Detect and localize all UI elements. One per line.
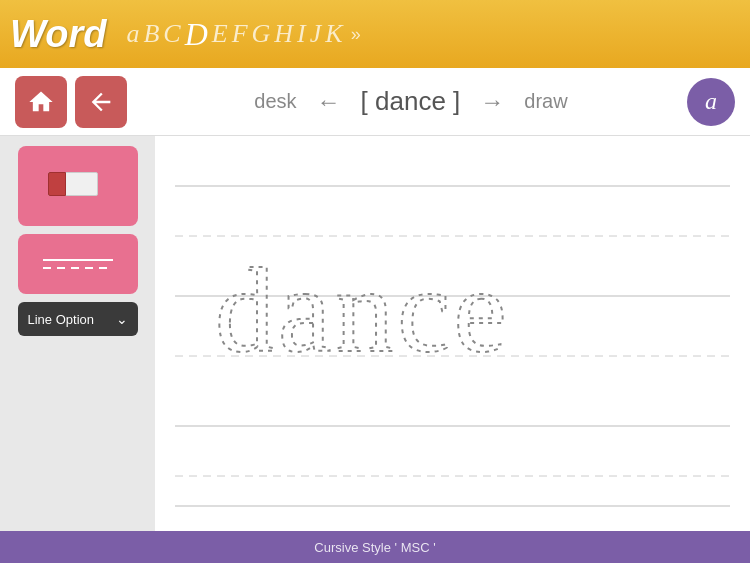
back-icon <box>87 88 115 116</box>
eraser-button[interactable] <box>18 146 138 226</box>
sidebar: Line Option ⌄ <box>0 136 155 531</box>
trace-text: dance <box>215 244 510 377</box>
back-button[interactable] <box>75 76 127 128</box>
current-word: [ dance ] <box>361 86 461 117</box>
home-icon <box>27 88 55 116</box>
eraser-icon <box>48 172 108 200</box>
avatar-label: a <box>705 88 717 115</box>
dropdown-chevron-icon: ⌄ <box>116 311 128 327</box>
alpha-i[interactable]: I <box>297 19 306 49</box>
alpha-e[interactable]: E <box>212 19 228 49</box>
home-button[interactable] <box>15 76 67 128</box>
nav-bar: desk ← [ dance ] → draw a <box>0 68 750 136</box>
alpha-g[interactable]: G <box>252 19 271 49</box>
solid-line-preview <box>43 259 113 261</box>
alpha-f[interactable]: F <box>232 19 248 49</box>
writing-area[interactable]: dance <box>155 136 750 531</box>
alphabet-strip: a B C D E F G H I J K » <box>126 16 740 53</box>
line-style-button[interactable] <box>18 234 138 294</box>
dashed-line-preview <box>43 267 113 269</box>
line-option-dropdown[interactable]: Line Option ⌄ <box>18 302 138 336</box>
alpha-j[interactable]: J <box>310 19 322 49</box>
prev-word[interactable]: desk <box>254 90 296 113</box>
app-title: Word <box>10 13 106 56</box>
line-option-label: Line Option <box>28 312 95 327</box>
footer-text: Cursive Style ' MSC ' <box>314 540 435 555</box>
avatar-button[interactable]: a <box>687 78 735 126</box>
right-arrow-icon[interactable]: → <box>480 88 504 116</box>
alphabet-more-icon[interactable]: » <box>351 24 361 45</box>
main-content: Line Option ⌄ <box>0 136 750 531</box>
alpha-h[interactable]: H <box>274 19 293 49</box>
app-footer: Cursive Style ' MSC ' <box>0 531 750 563</box>
alpha-k[interactable]: K <box>325 19 342 49</box>
alpha-a[interactable]: a <box>126 19 139 49</box>
alpha-b[interactable]: B <box>143 19 159 49</box>
alpha-d[interactable]: D <box>185 16 208 53</box>
next-word[interactable]: draw <box>524 90 567 113</box>
alpha-c[interactable]: C <box>163 19 180 49</box>
writing-canvas[interactable]: dance <box>155 136 750 531</box>
app-header: Word a B C D E F G H I J K » <box>0 0 750 68</box>
left-arrow-icon[interactable]: ← <box>317 88 341 116</box>
word-navigation: desk ← [ dance ] → draw <box>135 86 687 117</box>
